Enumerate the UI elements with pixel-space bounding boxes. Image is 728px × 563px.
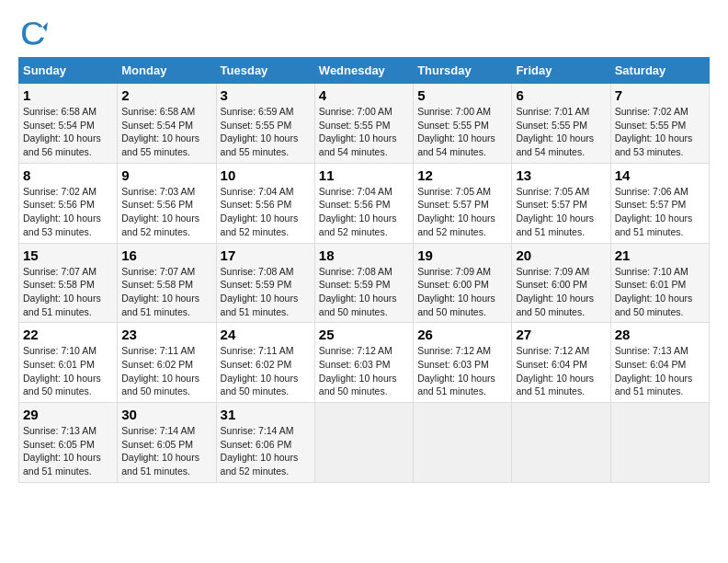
calendar-cell: 6 Sunrise: 7:01 AMSunset: 5:55 PMDayligh… (512, 84, 610, 164)
day-number: 11 (319, 167, 409, 183)
day-info: Sunrise: 7:00 AMSunset: 5:55 PMDaylight:… (417, 106, 495, 157)
calendar-cell: 29 Sunrise: 7:13 AMSunset: 6:05 PMDaylig… (19, 403, 118, 483)
calendar-cell: 22 Sunrise: 7:10 AMSunset: 6:01 PMDaylig… (19, 323, 118, 403)
day-info: Sunrise: 7:12 AMSunset: 6:03 PMDaylight:… (417, 345, 495, 396)
calendar-cell: 27 Sunrise: 7:12 AMSunset: 6:04 PMDaylig… (512, 323, 610, 403)
day-info: Sunrise: 7:05 AMSunset: 5:57 PMDaylight:… (516, 186, 594, 237)
day-info: Sunrise: 7:07 AMSunset: 5:58 PMDaylight:… (121, 266, 199, 317)
col-thursday: Thursday (414, 58, 512, 84)
calendar-cell: 31 Sunrise: 7:14 AMSunset: 6:06 PMDaylig… (216, 403, 314, 483)
day-info: Sunrise: 7:04 AMSunset: 5:56 PMDaylight:… (319, 186, 397, 237)
calendar-cell: 10 Sunrise: 7:04 AMSunset: 5:56 PMDaylig… (216, 163, 314, 243)
day-number: 29 (23, 407, 113, 422)
calendar-cell: 24 Sunrise: 7:11 AMSunset: 6:02 PMDaylig… (216, 323, 314, 403)
day-number: 10 (221, 167, 311, 183)
day-info: Sunrise: 7:02 AMSunset: 5:55 PMDaylight:… (615, 106, 693, 157)
week-row: 15 Sunrise: 7:07 AMSunset: 5:58 PMDaylig… (19, 243, 710, 323)
week-row: 22 Sunrise: 7:10 AMSunset: 6:01 PMDaylig… (19, 323, 710, 403)
day-info: Sunrise: 7:05 AMSunset: 5:57 PMDaylight:… (417, 186, 495, 237)
col-wednesday: Wednesday (314, 58, 413, 84)
day-info: Sunrise: 7:13 AMSunset: 6:05 PMDaylight:… (23, 425, 101, 477)
calendar-cell: 2 Sunrise: 6:58 AMSunset: 5:54 PMDayligh… (118, 84, 216, 164)
day-number: 25 (319, 327, 409, 342)
day-number: 18 (319, 247, 409, 263)
day-number: 4 (319, 87, 409, 103)
day-info: Sunrise: 7:09 AMSunset: 6:00 PMDaylight:… (516, 266, 594, 317)
calendar-cell: 11 Sunrise: 7:04 AMSunset: 5:56 PMDaylig… (314, 163, 413, 243)
day-info: Sunrise: 7:03 AMSunset: 5:56 PMDaylight:… (121, 186, 199, 237)
day-number: 26 (417, 327, 507, 342)
day-info: Sunrise: 7:09 AMSunset: 6:00 PMDaylight:… (417, 266, 495, 317)
day-info: Sunrise: 7:12 AMSunset: 6:04 PMDaylight:… (516, 345, 594, 396)
calendar-body: 1 Sunrise: 6:58 AMSunset: 5:54 PMDayligh… (19, 84, 710, 483)
calendar-cell: 25 Sunrise: 7:12 AMSunset: 6:03 PMDaylig… (314, 323, 413, 403)
day-info: Sunrise: 7:08 AMSunset: 5:59 PMDaylight:… (319, 266, 397, 317)
day-number: 22 (23, 327, 113, 342)
calendar-cell: 13 Sunrise: 7:05 AMSunset: 5:57 PMDaylig… (512, 163, 610, 243)
calendar-cell: 30 Sunrise: 7:14 AMSunset: 6:05 PMDaylig… (118, 403, 216, 483)
calendar-cell: 14 Sunrise: 7:06 AMSunset: 5:57 PMDaylig… (610, 163, 709, 243)
week-row: 1 Sunrise: 6:58 AMSunset: 5:54 PMDayligh… (19, 84, 710, 164)
day-number: 12 (417, 167, 507, 183)
calendar-cell: 16 Sunrise: 7:07 AMSunset: 5:58 PMDaylig… (118, 243, 216, 323)
calendar-cell: 15 Sunrise: 7:07 AMSunset: 5:58 PMDaylig… (19, 243, 118, 323)
day-info: Sunrise: 6:58 AMSunset: 5:54 PMDaylight:… (23, 106, 101, 157)
day-info: Sunrise: 7:14 AMSunset: 6:06 PMDaylight:… (221, 425, 299, 477)
logo (18, 18, 50, 48)
day-info: Sunrise: 7:08 AMSunset: 5:59 PMDaylight:… (221, 266, 299, 317)
col-tuesday: Tuesday (216, 58, 314, 84)
day-info: Sunrise: 7:12 AMSunset: 6:03 PMDaylight:… (319, 345, 397, 396)
calendar-cell: 12 Sunrise: 7:05 AMSunset: 5:57 PMDaylig… (414, 163, 512, 243)
day-number: 14 (615, 167, 705, 183)
week-row: 8 Sunrise: 7:02 AMSunset: 5:56 PMDayligh… (19, 163, 710, 243)
calendar-cell (512, 403, 610, 483)
day-number: 30 (121, 407, 211, 422)
day-number: 16 (121, 247, 211, 263)
day-number: 28 (615, 327, 705, 342)
day-info: Sunrise: 7:06 AMSunset: 5:57 PMDaylight:… (615, 186, 693, 237)
day-info: Sunrise: 7:07 AMSunset: 5:58 PMDaylight:… (23, 266, 101, 317)
calendar-cell: 26 Sunrise: 7:12 AMSunset: 6:03 PMDaylig… (414, 323, 512, 403)
calendar-cell: 1 Sunrise: 6:58 AMSunset: 5:54 PMDayligh… (19, 84, 118, 164)
calendar-cell: 18 Sunrise: 7:08 AMSunset: 5:59 PMDaylig… (314, 243, 413, 323)
day-number: 6 (516, 87, 606, 103)
day-info: Sunrise: 7:04 AMSunset: 5:56 PMDaylight:… (221, 186, 299, 237)
day-number: 15 (23, 247, 113, 263)
calendar-cell: 20 Sunrise: 7:09 AMSunset: 6:00 PMDaylig… (512, 243, 610, 323)
day-number: 5 (417, 87, 507, 103)
day-number: 24 (221, 327, 311, 342)
day-info: Sunrise: 7:10 AMSunset: 6:01 PMDaylight:… (615, 266, 693, 317)
day-number: 31 (221, 407, 311, 422)
day-info: Sunrise: 7:13 AMSunset: 6:04 PMDaylight:… (615, 345, 693, 396)
day-number: 2 (121, 87, 211, 103)
day-number: 1 (23, 87, 113, 103)
day-number: 17 (221, 247, 311, 263)
calendar-cell: 21 Sunrise: 7:10 AMSunset: 6:01 PMDaylig… (610, 243, 709, 323)
page-header (18, 18, 710, 48)
day-number: 13 (516, 167, 606, 183)
day-number: 23 (121, 327, 211, 342)
calendar-cell: 3 Sunrise: 6:59 AMSunset: 5:55 PMDayligh… (216, 84, 314, 164)
day-number: 7 (615, 87, 705, 103)
day-info: Sunrise: 7:11 AMSunset: 6:02 PMDaylight:… (121, 345, 199, 396)
week-row: 29 Sunrise: 7:13 AMSunset: 6:05 PMDaylig… (19, 403, 710, 483)
day-number: 21 (615, 247, 705, 263)
day-info: Sunrise: 6:58 AMSunset: 5:54 PMDaylight:… (121, 106, 199, 157)
calendar-cell: 17 Sunrise: 7:08 AMSunset: 5:59 PMDaylig… (216, 243, 314, 323)
col-sunday: Sunday (19, 58, 118, 84)
calendar-cell: 7 Sunrise: 7:02 AMSunset: 5:55 PMDayligh… (610, 84, 709, 164)
day-info: Sunrise: 7:02 AMSunset: 5:56 PMDaylight:… (23, 186, 101, 237)
calendar-cell: 5 Sunrise: 7:00 AMSunset: 5:55 PMDayligh… (414, 84, 512, 164)
col-monday: Monday (118, 58, 216, 84)
day-number: 9 (121, 167, 211, 183)
col-friday: Friday (512, 58, 610, 84)
calendar-cell (414, 403, 512, 483)
day-info: Sunrise: 7:11 AMSunset: 6:02 PMDaylight:… (221, 345, 299, 396)
day-info: Sunrise: 7:01 AMSunset: 5:55 PMDaylight:… (516, 106, 594, 157)
calendar-cell: 28 Sunrise: 7:13 AMSunset: 6:04 PMDaylig… (610, 323, 709, 403)
col-saturday: Saturday (610, 58, 709, 84)
day-info: Sunrise: 7:14 AMSunset: 6:05 PMDaylight:… (121, 425, 199, 477)
calendar-cell: 9 Sunrise: 7:03 AMSunset: 5:56 PMDayligh… (118, 163, 216, 243)
calendar-table: Sunday Monday Tuesday Wednesday Thursday… (18, 57, 710, 483)
day-number: 19 (417, 247, 507, 263)
